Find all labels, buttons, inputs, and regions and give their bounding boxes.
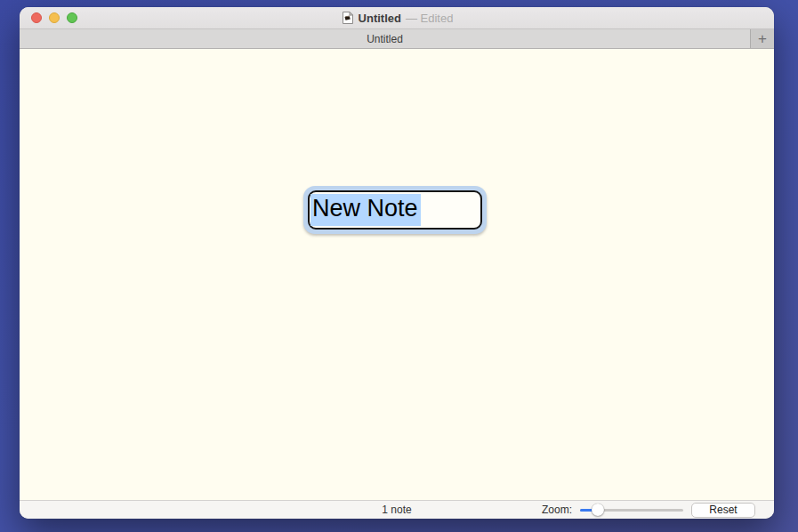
- document-icon: [341, 11, 354, 25]
- note-text-input[interactable]: New Note: [310, 194, 421, 225]
- new-tab-button[interactable]: +: [750, 29, 774, 48]
- app-window: Untitled — Edited Untitled + New Note 1 …: [20, 7, 774, 519]
- zoom-slider-thumb[interactable]: [592, 504, 604, 516]
- notes-canvas[interactable]: New Note: [20, 49, 774, 500]
- minimize-icon[interactable]: [49, 12, 60, 23]
- reset-button-label: Reset: [709, 504, 737, 516]
- zoom-label: Zoom:: [542, 504, 572, 516]
- note-selection-halo: New Note: [303, 186, 487, 234]
- zoom-controls: Zoom: Reset: [542, 501, 755, 519]
- window-title-group: Untitled — Edited: [341, 11, 454, 25]
- tab-bar: Untitled +: [20, 29, 774, 49]
- reset-button[interactable]: Reset: [691, 503, 755, 518]
- tab-untitled[interactable]: Untitled: [20, 29, 750, 48]
- tab-label: Untitled: [367, 33, 403, 45]
- note[interactable]: New Note: [308, 190, 482, 230]
- plus-icon: +: [758, 31, 767, 46]
- traffic-lights: [31, 12, 77, 23]
- window-title: Untitled: [359, 12, 401, 25]
- zoom-slider[interactable]: [580, 504, 683, 517]
- close-icon[interactable]: [31, 12, 42, 23]
- edited-status: — Edited: [406, 12, 453, 25]
- title-bar[interactable]: Untitled — Edited: [20, 7, 774, 29]
- zoom-icon[interactable]: [67, 12, 77, 23]
- status-bar: 1 note Zoom: Reset: [20, 500, 774, 519]
